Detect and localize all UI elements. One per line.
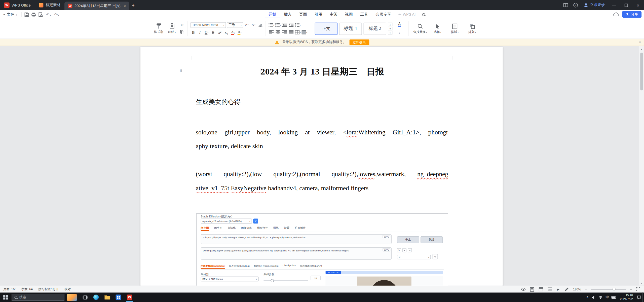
style-gallery-down-button[interactable]: ▼ — [388, 27, 392, 30]
print-preview-button[interactable] — [37, 11, 44, 18]
tab-home[interactable]: 开始 — [265, 10, 280, 19]
font-name-select[interactable]: Times New Roma — [191, 22, 226, 28]
scroll-down-icon[interactable]: ▼ — [640, 280, 642, 285]
outline-view-icon[interactable] — [547, 287, 552, 292]
workspace-layout-icon[interactable] — [560, 0, 570, 10]
tab-view[interactable]: 视图 — [341, 10, 357, 19]
show-desktop-button[interactable] — [642, 292, 644, 302]
bullet-list-button[interactable] — [269, 22, 274, 27]
zoom-slider-thumb[interactable] — [613, 288, 615, 290]
page-indicator[interactable]: 页面: 1/2 — [3, 287, 16, 291]
justify-button[interactable] — [288, 30, 294, 35]
page[interactable]: ⠿ 2024 年 3 月 13 日星期三 日报 生成美女的心得 solo,one… — [140, 47, 503, 286]
tab-review[interactable]: 审阅 — [326, 10, 341, 19]
subscript-button[interactable]: x₂ — [223, 30, 229, 35]
proofread-button[interactable]: 校对 — [65, 287, 71, 291]
borders-button[interactable] — [295, 30, 301, 35]
window-close-button[interactable]: × — [632, 0, 644, 10]
increase-font-button[interactable]: A⁺ — [244, 22, 250, 27]
vertical-scrollbar[interactable]: ▲ ▼ — [639, 46, 644, 286]
file-explorer-icon[interactable] — [102, 292, 113, 302]
zoom-out-button[interactable]: − — [585, 287, 587, 291]
notice-close-icon[interactable]: × — [639, 40, 641, 44]
zoom-slider[interactable] — [591, 289, 626, 290]
format-painter-button[interactable]: 格式刷 — [152, 23, 165, 34]
bold-button[interactable]: B — [191, 30, 196, 35]
login-button[interactable]: 立即登录 — [580, 0, 608, 10]
embedded-screenshot-image[interactable]: Stable Diffusion 模型(ckpt) aganmix_v20.sa… — [196, 213, 448, 285]
fullscreen-icon[interactable] — [636, 287, 641, 292]
highlight-color-button[interactable]: A — [237, 30, 243, 35]
search-button[interactable] — [419, 10, 428, 19]
zoom-in-button[interactable]: + — [630, 287, 632, 291]
tab-close-icon[interactable]: × — [124, 4, 126, 8]
paste-button[interactable]: 粘贴 — [165, 23, 179, 34]
help-icon[interactable]: ? — [571, 0, 580, 10]
style-heading2[interactable]: 标题 2 — [363, 22, 386, 35]
hidden-icons-button[interactable]: ∧ — [584, 292, 591, 302]
share-button[interactable]: 分享 — [622, 11, 641, 18]
increase-indent-button[interactable] — [288, 22, 294, 27]
taskbar-search-box[interactable]: 搜索 — [12, 294, 64, 301]
arrange-button[interactable]: 排列 — [464, 23, 481, 34]
tab-references[interactable]: 引用 — [311, 10, 326, 19]
action-center-icon[interactable] — [636, 292, 642, 302]
strikethrough-button[interactable]: S — [210, 30, 216, 35]
superscript-button[interactable]: x² — [217, 30, 223, 35]
app-home-tab[interactable]: W WPS Office — [0, 0, 35, 10]
decrease-indent-button[interactable] — [282, 22, 287, 27]
read-mode-icon[interactable]: ▶ — [556, 287, 561, 292]
scrollbar-thumb[interactable] — [640, 53, 643, 90]
word-count[interactable]: 字数: 64 — [21, 287, 33, 291]
zoom-value[interactable]: 180% — [573, 287, 581, 291]
notice-login-button[interactable]: 立即登录 — [349, 40, 369, 45]
wps-ai-button[interactable]: WPS AI — [395, 10, 419, 19]
redo-button[interactable]: ↷ — [53, 12, 61, 17]
style-body-text[interactable]: 正文 — [315, 22, 337, 35]
taskbar-clock[interactable]: 15:40 2024/7/22 — [617, 294, 636, 301]
material-tab[interactable]: 稿定素材 — [35, 0, 64, 10]
page-view-icon[interactable] — [530, 287, 535, 292]
spellcheck-status[interactable]: 拼写检查: 打开 — [39, 287, 59, 291]
decrease-font-button[interactable]: A⁻ — [251, 22, 256, 27]
print-button[interactable] — [30, 11, 37, 18]
wps-taskbar-icon[interactable]: W — [124, 292, 135, 302]
shading-button[interactable] — [301, 30, 307, 35]
line-spacing-button[interactable] — [295, 22, 301, 27]
clear-format-button[interactable] — [257, 22, 263, 27]
font-color-button[interactable]: A — [230, 30, 236, 35]
maximize-button[interactable] — [620, 0, 632, 10]
document-tab[interactable]: W 2024年3月13日星期三 日报... × — [65, 2, 129, 10]
tab-tools[interactable]: 工具 — [357, 10, 372, 19]
file-menu[interactable]: ≡ 文件 — [0, 12, 20, 17]
new-tab-button[interactable]: + — [129, 0, 137, 10]
save-button[interactable] — [23, 11, 30, 18]
tab-member[interactable]: 会员专享 — [372, 10, 395, 19]
align-left-button[interactable] — [269, 30, 274, 35]
scroll-up-icon[interactable]: ▲ — [640, 46, 642, 51]
news-widget-icon[interactable] — [67, 294, 77, 300]
volume-icon[interactable] — [591, 292, 597, 302]
typeset-button[interactable]: 排版 — [446, 23, 464, 34]
style-gallery-more-button[interactable] — [388, 31, 392, 34]
align-center-button[interactable] — [275, 30, 281, 35]
cloud-sync-icon[interactable] — [613, 12, 619, 16]
tab-insert[interactable]: 插入 — [280, 10, 295, 19]
task-view-button[interactable] — [79, 292, 90, 302]
edge-browser-icon[interactable] — [90, 292, 101, 302]
battery-icon[interactable] — [611, 292, 617, 302]
ime-indicator[interactable]: 中 — [604, 292, 611, 302]
copy-button[interactable] — [179, 29, 185, 35]
underline-button[interactable]: U — [204, 30, 209, 35]
find-replace-button[interactable]: 查找替换 — [411, 23, 429, 34]
select-button[interactable]: 选择 — [429, 23, 446, 34]
eye-protection-icon[interactable] — [521, 287, 526, 292]
font-size-select[interactable]: 三号 — [227, 22, 243, 28]
align-right-button[interactable] — [282, 30, 287, 35]
tab-page[interactable]: 页面 — [295, 10, 311, 19]
italic-button[interactable]: I — [197, 30, 203, 35]
undo-button[interactable]: ↶ — [44, 12, 53, 17]
web-layout-icon[interactable] — [538, 287, 543, 292]
edit-pen-icon[interactable] — [564, 287, 570, 292]
style-settings-button[interactable]: A — [395, 22, 404, 36]
